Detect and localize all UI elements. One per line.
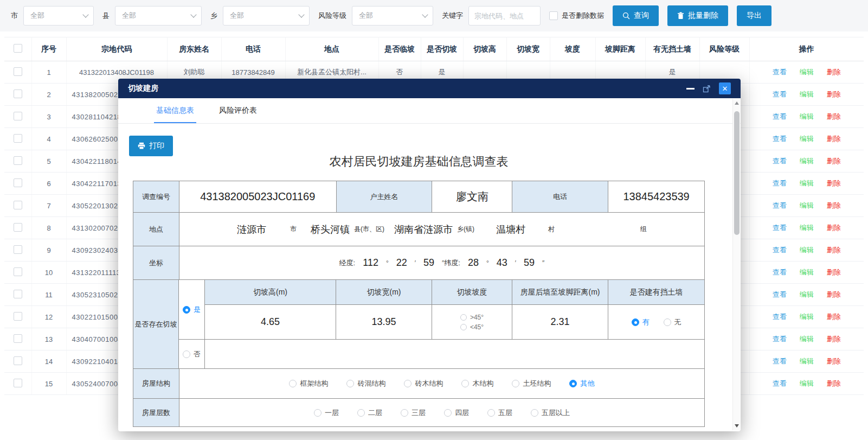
view-link[interactable]: 查看 (773, 135, 787, 143)
radio-no[interactable] (183, 350, 190, 358)
radio-icon[interactable] (314, 409, 322, 417)
radio-icon[interactable] (404, 380, 412, 387)
row-checkbox[interactable] (14, 290, 22, 298)
row-checkbox[interactable] (14, 312, 22, 321)
delete-link[interactable]: 删除 (827, 112, 841, 120)
city-select[interactable]: 全部 (23, 6, 94, 25)
delete-link[interactable]: 删除 (827, 68, 841, 76)
view-link[interactable]: 查看 (773, 357, 787, 365)
radio-icon[interactable] (444, 409, 452, 417)
delete-link[interactable]: 删除 (827, 179, 841, 187)
radio-option[interactable]: 三层 (401, 408, 426, 418)
radio-option[interactable]: 框架结构 (289, 379, 328, 388)
row-checkbox[interactable] (14, 201, 22, 209)
radio-icon[interactable] (512, 380, 519, 387)
edit-link[interactable]: 编辑 (800, 112, 814, 120)
row-checkbox[interactable] (14, 356, 22, 365)
radio-option[interactable]: 五层以上 (531, 408, 570, 418)
arrow-down-icon[interactable] (735, 424, 739, 428)
edit-link[interactable]: 编辑 (800, 268, 814, 276)
slope-angle-radio-group[interactable]: >45°<45° (460, 314, 484, 331)
delete-link[interactable]: 删除 (827, 224, 841, 232)
view-link[interactable]: 查看 (773, 201, 787, 209)
cut-exists-no-option[interactable]: 否 (179, 340, 205, 369)
radio-icon[interactable] (357, 409, 365, 417)
radio-option[interactable]: 一层 (314, 408, 339, 418)
radio-icon[interactable] (289, 380, 297, 387)
edit-link[interactable]: 编辑 (800, 135, 814, 143)
radio-option[interactable]: 五层 (487, 408, 512, 418)
select-all-checkbox[interactable] (14, 44, 22, 53)
scrollbar-thumb[interactable] (734, 111, 740, 235)
edit-link[interactable]: 编辑 (800, 157, 814, 165)
row-checkbox[interactable] (14, 379, 22, 387)
delete-link[interactable]: 删除 (827, 357, 841, 365)
row-checkbox[interactable] (14, 156, 22, 165)
radio-icon[interactable] (664, 318, 671, 326)
radio-icon[interactable] (346, 380, 354, 387)
wall-radio-group[interactable]: 有无 (608, 317, 704, 327)
modal-scrollbar[interactable] (732, 99, 740, 430)
radio-icon[interactable] (460, 314, 467, 321)
arrow-up-icon[interactable] (735, 101, 739, 105)
delete-link[interactable]: 删除 (827, 268, 841, 276)
delete-link[interactable]: 删除 (827, 246, 841, 254)
delete-link[interactable]: 删除 (827, 313, 841, 321)
close-icon[interactable]: ✕ (719, 82, 731, 94)
delete-link[interactable]: 删除 (827, 335, 841, 343)
floors-radio-group[interactable]: 一层二层三层四层五层五层以上 (179, 408, 704, 418)
tab-basic-info[interactable]: 基础信息表 (156, 98, 194, 123)
row-checkbox[interactable] (14, 134, 22, 143)
edit-link[interactable]: 编辑 (800, 335, 814, 343)
row-checkbox[interactable] (14, 90, 22, 98)
row-checkbox[interactable] (14, 223, 22, 232)
delete-link[interactable]: 删除 (827, 201, 841, 209)
row-checkbox[interactable] (14, 267, 22, 276)
view-link[interactable]: 查看 (773, 268, 787, 276)
delete-link[interactable]: 删除 (827, 157, 841, 165)
radio-icon[interactable] (531, 409, 538, 417)
radio-option[interactable]: 无 (664, 317, 681, 327)
view-link[interactable]: 查看 (773, 335, 787, 343)
row-checkbox[interactable] (14, 112, 22, 120)
radio-icon[interactable] (461, 380, 469, 387)
row-checkbox[interactable] (14, 178, 22, 187)
edit-link[interactable]: 编辑 (800, 201, 814, 209)
keyword-input[interactable] (468, 6, 541, 25)
edit-link[interactable]: 编辑 (800, 379, 814, 387)
view-link[interactable]: 查看 (773, 112, 787, 120)
delete-link[interactable]: 删除 (827, 379, 841, 387)
radio-icon[interactable] (401, 409, 408, 417)
maximize-icon[interactable] (703, 85, 711, 93)
edit-link[interactable]: 编辑 (800, 179, 814, 187)
structure-radio-group[interactable]: 框架结构砖混结构砖木结构木结构土坯结构其他 (179, 379, 704, 388)
radio-option[interactable]: <45° (460, 323, 484, 331)
view-link[interactable]: 查看 (773, 313, 787, 321)
radio-icon[interactable] (569, 380, 577, 387)
radio-icon[interactable] (487, 409, 495, 417)
risk-level-select[interactable]: 全部 (352, 6, 433, 25)
batch-delete-button[interactable]: 批量删除 (667, 5, 728, 26)
edit-link[interactable]: 编辑 (800, 90, 814, 98)
checkbox-box[interactable] (549, 11, 558, 20)
radio-icon[interactable] (632, 318, 639, 326)
query-button[interactable]: 查询 (613, 5, 659, 26)
county-select[interactable]: 全部 (115, 6, 202, 25)
radio-option[interactable]: 有 (632, 317, 650, 327)
edit-link[interactable]: 编辑 (800, 357, 814, 365)
radio-option[interactable]: 砖混结构 (346, 379, 385, 388)
deleted-data-checkbox[interactable]: 是否删除数据 (549, 11, 604, 21)
view-link[interactable]: 查看 (773, 90, 787, 98)
view-link[interactable]: 查看 (773, 379, 787, 387)
edit-link[interactable]: 编辑 (800, 224, 814, 232)
radio-option[interactable]: 四层 (444, 408, 469, 418)
view-link[interactable]: 查看 (773, 224, 787, 232)
view-link[interactable]: 查看 (773, 290, 787, 298)
radio-option[interactable]: 木结构 (461, 379, 493, 388)
view-link[interactable]: 查看 (773, 179, 787, 187)
delete-link[interactable]: 删除 (827, 290, 841, 298)
radio-option[interactable]: >45° (460, 314, 484, 321)
view-link[interactable]: 查看 (773, 68, 787, 76)
radio-option[interactable]: 其他 (569, 379, 594, 388)
row-checkbox[interactable] (14, 334, 22, 343)
